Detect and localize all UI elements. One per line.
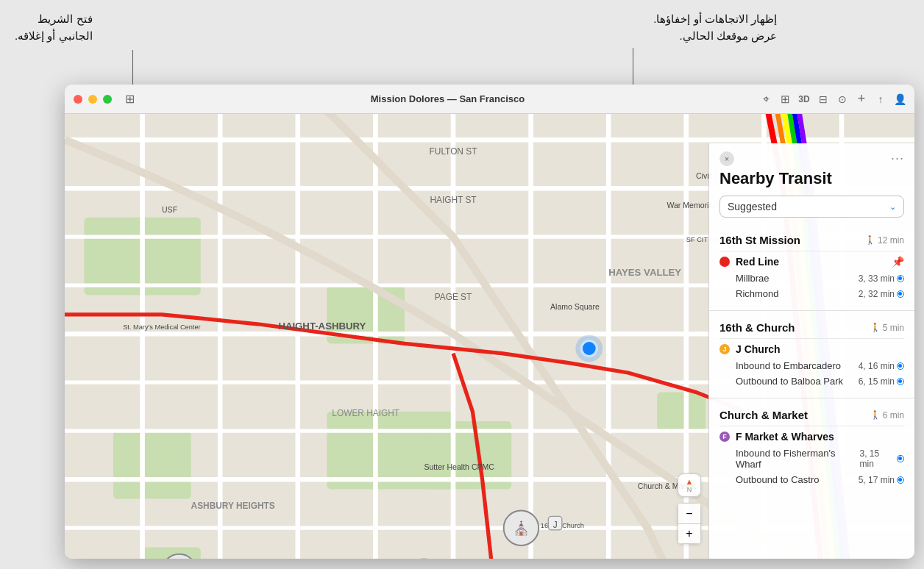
route-name-f-market: F Market & Wharves	[736, 431, 904, 443]
route-line-header-red: Red Line 📌	[719, 256, 904, 268]
live-indicator-3	[897, 362, 904, 370]
maximize-button[interactable]	[103, 95, 112, 104]
svg-text:Sutter Health CPMC: Sutter Health CPMC	[424, 462, 494, 471]
destination-fisherman: Inbound to Fisherman's Wharf	[736, 448, 860, 470]
transit-icon[interactable]: ⊞	[779, 93, 791, 105]
tooltip-directions: إظهار الاتجاهات أو إخفاؤها. عرض موقعك ال…	[653, 11, 777, 44]
compass-label: N	[687, 486, 692, 493]
zoom-controls: − +	[678, 503, 701, 544]
walk-time: 12 min	[878, 235, 904, 246]
destination-richmond: Richmond	[736, 288, 779, 299]
tooltip-location-line2: عرض موقعك الحالي.	[679, 29, 777, 42]
close-button[interactable]	[74, 95, 82, 104]
svg-text:USF: USF	[162, 205, 178, 214]
station-walk-16th-church: 🚶 5 min	[870, 323, 904, 333]
svg-text:⛪: ⛪	[513, 520, 530, 537]
zoom-out-button[interactable]: +	[678, 523, 701, 544]
sidebar-close-button[interactable]: ×	[719, 151, 734, 166]
destination-balboa: Outbound to Balboa Park	[736, 376, 843, 387]
sidebar-bottom-spacer	[709, 495, 914, 509]
pin-icon[interactable]: 📌	[892, 256, 904, 268]
tooltip-line-right	[633, 48, 633, 85]
station-group-16th-mission: 16th St Mission 🚶 12 min Red Line 📌 Mill…	[709, 228, 914, 306]
destination-embarcadero: Inbound to Embarcadero	[736, 360, 841, 371]
time-castro: 5, 17 min	[859, 475, 904, 485]
route-dest-castro: Outbound to Castro 5, 17 min	[719, 472, 904, 487]
route-dest-millbrae: Millbrae 3, 33 min	[719, 271, 904, 286]
sidebar-toggle-icon[interactable]: ⊞	[124, 93, 135, 105]
avatar-icon[interactable]: 👤	[894, 93, 906, 105]
route-line-header-f: F F Market & Wharves	[719, 431, 904, 443]
route-line-header-j: J J Church	[719, 343, 904, 355]
sidebar-header: × ···	[709, 143, 914, 166]
time-millbrae: 3, 33 min	[859, 273, 904, 284]
route-dest-embarcadero: Inbound to Embarcadero 4, 16 min	[719, 358, 904, 373]
svg-text:HAYES VALLEY: HAYES VALLEY	[608, 267, 681, 278]
transit-filter-select[interactable]: Suggested Bus Rail Ferry	[728, 201, 889, 212]
zoom-in-button[interactable]: −	[678, 503, 701, 523]
walk-icon-2: 🚶	[870, 323, 881, 332]
walk-time-2: 5 min	[883, 323, 904, 333]
svg-text:HAIGHT-ASHBURY: HAIGHT-ASHBURY	[278, 321, 366, 332]
share-icon[interactable]: ↑	[875, 93, 886, 105]
route-dest-balboa: Outbound to Balboa Park 6, 15 min	[719, 373, 904, 389]
route-dest-richmond: Richmond 2, 32 min	[719, 286, 904, 301]
station-name-16th-mission: 16th St Mission	[719, 234, 800, 246]
route-color-dot-f: F	[719, 432, 730, 442]
map-area[interactable]: TURK ST FULTON ST HAIGHT ST PAGE ST HAIG…	[65, 114, 914, 559]
transit-filter-dropdown[interactable]: Suggested Bus Rail Ferry ⌄	[719, 196, 904, 218]
sidebar-more-button[interactable]: ···	[891, 151, 904, 166]
route-red-line: Red Line 📌 Millbrae 3, 33 min Richmond 2…	[719, 251, 904, 306]
nearby-transit-sidebar: × ··· Nearby Transit Suggested Bus Rail …	[708, 143, 914, 559]
svg-text:J: J	[553, 520, 558, 530]
svg-text:St. Mary's Medical Center: St. Mary's Medical Center	[123, 323, 200, 331]
route-color-dot-j: J	[719, 344, 730, 354]
app-window: ⊞ Mission Dolores — San Francisco ⌖ ⊞ 3D…	[65, 85, 914, 559]
station-header-16th-church: 16th & Church 🚶 5 min	[719, 315, 904, 338]
map-controls: ▲ N − +	[678, 473, 701, 544]
tooltip-directions-line1: إظهار الاتجاهات أو إخفاؤها.	[653, 12, 777, 25]
current-location-icon[interactable]: ⌖	[760, 93, 772, 105]
station-name-church-market: Church & Market	[719, 409, 808, 421]
route-name-red: Red Line	[736, 256, 886, 268]
tooltip-sidebar-line1: فتح الشريط	[38, 12, 92, 25]
svg-text:PAGE ST: PAGE ST	[435, 292, 472, 302]
compass-n-indicator: ▲	[686, 477, 694, 486]
dropdown-arrow-icon: ⌄	[889, 202, 896, 212]
live-indicator-6	[897, 476, 904, 484]
annotation-overlay: إظهار الاتجاهات أو إخفاؤها. عرض موقعك ال…	[0, 0, 924, 85]
station-walk-church-market: 🚶 6 min	[870, 410, 904, 421]
station-walk-16th-mission: 🚶 12 min	[865, 235, 904, 246]
divider-2	[709, 398, 914, 398]
toolbar-icons: ⌖ ⊞ 3D ⊟ ⊙ + ↑ 👤	[760, 93, 906, 105]
svg-text:ASHBURY HEIGHTS: ASHBURY HEIGHTS	[191, 501, 275, 511]
svg-text:FULTON ST: FULTON ST	[430, 146, 477, 157]
layers-icon[interactable]: ⊟	[817, 93, 829, 105]
tooltip-sidebar-line2: الجانبي أو إغلاقه.	[15, 29, 93, 42]
walk-icon-3: 🚶	[870, 410, 881, 420]
walk-icon: 🚶	[865, 235, 875, 245]
svg-rect-4	[113, 431, 191, 498]
station-header-16th-mission: 16th St Mission 🚶 12 min	[719, 228, 904, 251]
time-richmond: 2, 32 min	[859, 289, 904, 299]
route-j-church: J J Church Inbound to Embarcadero 4, 16 …	[719, 338, 904, 393]
svg-rect-9	[657, 392, 706, 431]
route-f-market: F F Market & Wharves Inbound to Fisherma…	[719, 426, 904, 492]
svg-text:Alamo Square: Alamo Square	[550, 302, 600, 311]
minimize-button[interactable]	[88, 95, 97, 104]
time-fisherman: 3, 15 min	[860, 448, 904, 469]
live-indicator-2	[897, 290, 904, 298]
walk-time-3: 6 min	[883, 410, 904, 421]
route-dest-fisherman: Inbound to Fisherman's Wharf 3, 15 min	[719, 445, 904, 472]
destination-castro: Outbound to Castro	[736, 474, 819, 485]
time-embarcadero: 4, 16 min	[859, 361, 904, 371]
destination-millbrae: Millbrae	[736, 273, 770, 284]
titlebar: ⊞ Mission Dolores — San Francisco ⌖ ⊞ 3D…	[65, 85, 914, 114]
route-color-dot-red	[719, 257, 730, 267]
svg-point-55	[575, 335, 603, 362]
add-icon[interactable]: +	[856, 93, 867, 105]
clock-icon[interactable]: ⊙	[836, 93, 848, 105]
3d-icon[interactable]: 3D	[798, 93, 810, 105]
route-name-j-church: J Church	[736, 343, 904, 355]
svg-text:LOWER HAIGHT: LOWER HAIGHT	[332, 408, 399, 418]
